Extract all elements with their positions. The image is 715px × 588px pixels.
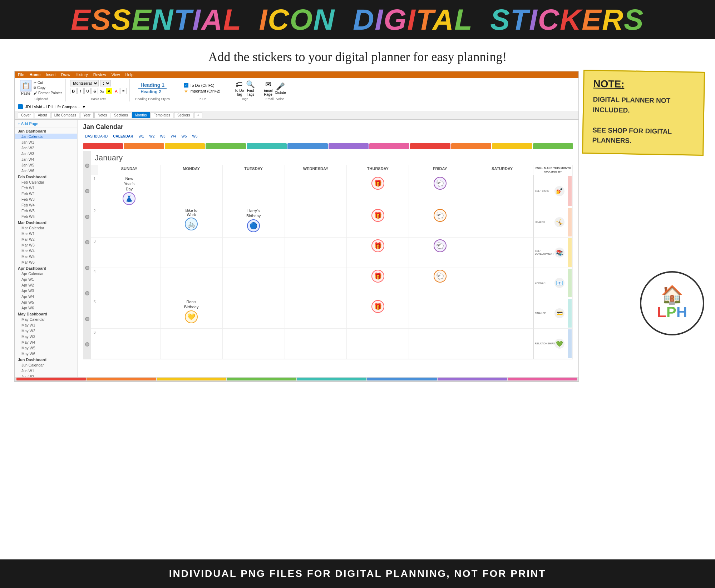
cell-r3-sun[interactable]	[98, 238, 161, 268]
cal-tab-calendar[interactable]: CALENDAR	[111, 134, 135, 140]
sidebar-item-jan-w2[interactable]: Jan W2	[15, 145, 77, 151]
todo-item-1[interactable]: ✓ To Do (Ctrl+1)	[184, 83, 221, 88]
cell-r5-thu[interactable]: 🎁	[347, 298, 409, 329]
nav-tab-notes[interactable]: Notes	[94, 112, 110, 118]
cell-r4-tue[interactable]	[223, 268, 285, 298]
heading-1-style[interactable]: Heading 1	[138, 82, 167, 89]
align-button[interactable]: ≡	[120, 88, 127, 94]
nav-tab-months[interactable]: Months	[132, 112, 150, 118]
font-size-selector[interactable]: 20	[100, 80, 111, 86]
sidebar-item-feb-w3[interactable]: Feb W3	[15, 196, 77, 202]
highlight-button[interactable]: A	[106, 88, 112, 94]
cell-r4-sat[interactable]	[471, 268, 533, 298]
email-page-button[interactable]: ✉ Email Page	[264, 80, 273, 96]
sidebar-item-apr-w2[interactable]: Apr W2	[15, 282, 77, 288]
cal-tab-w2[interactable]: W2	[147, 134, 157, 140]
cell-r1-thu[interactable]: 🎁	[347, 175, 409, 207]
cell-r3-tue[interactable]	[223, 238, 285, 268]
cell-r1-mon[interactable]	[161, 175, 223, 207]
cell-r1-fri[interactable]: 🐑	[409, 175, 471, 207]
cell-r5-sat[interactable]	[471, 298, 533, 329]
find-tags-button[interactable]: 🔍 Find Tags	[246, 80, 255, 96]
sidebar-item-apr-w3[interactable]: Apr W3	[15, 288, 77, 294]
font-selector[interactable]: Montserrat	[70, 80, 99, 86]
cell-r1-sat[interactable]	[471, 175, 533, 207]
cal-tab-w3[interactable]: W3	[158, 134, 167, 140]
sidebar-item-may-calendar[interactable]: May Calendar	[15, 317, 77, 322]
todo-item-2[interactable]: ★ Important (Ctrl+2)	[184, 89, 221, 94]
nav-tab-sections[interactable]: Sections	[111, 112, 131, 118]
sidebar-item-feb-w5[interactable]: Feb W5	[15, 208, 77, 214]
history-menu[interactable]: History	[75, 73, 88, 77]
sidebar-item-feb-w6[interactable]: Feb W6	[15, 214, 77, 219]
help-menu[interactable]: Help	[125, 73, 133, 77]
sidebar-item-jan-w4[interactable]: Jan W4	[15, 156, 77, 162]
insert-menu[interactable]: Insert	[46, 73, 56, 77]
cut-button[interactable]: ✂ Cut	[33, 80, 63, 85]
view-menu[interactable]: View	[112, 73, 120, 77]
font-color-button[interactable]: A	[113, 88, 119, 94]
cell-r3-fri[interactable]: 🐑	[409, 238, 471, 268]
cell-r4-sun[interactable]	[98, 268, 161, 298]
sidebar-item-may-w2[interactable]: May W2	[15, 328, 77, 334]
cal-tab-w1[interactable]: W1	[136, 134, 146, 140]
sidebar-item-jun-w2[interactable]: Jun W2	[15, 374, 77, 377]
cal-tab-w6[interactable]: W6	[190, 134, 199, 140]
sidebar-item-jan-calendar[interactable]: Jan Calendar	[15, 134, 77, 139]
paste-button[interactable]: 📋 Paste	[20, 80, 31, 95]
cell-r1-wed[interactable]	[285, 175, 347, 207]
doc-dropdown-icon[interactable]: ▼	[82, 105, 86, 109]
sidebar-item-feb-w2[interactable]: Feb W2	[15, 191, 77, 196]
sidebar-item-mar-w2[interactable]: Mar W2	[15, 236, 77, 242]
draw-menu[interactable]: Draw	[61, 73, 70, 77]
nav-tab-add[interactable]: +	[194, 112, 203, 118]
cell-r6-sat[interactable]	[471, 329, 533, 359]
sidebar-item-mar-w5[interactable]: Mar W5	[15, 254, 77, 259]
cell-r3-wed[interactable]	[285, 238, 347, 268]
cal-tab-dashboard[interactable]: DASHBOARD	[83, 134, 110, 140]
cell-r2-thu[interactable]: 🎁	[347, 207, 409, 238]
cell-r6-mon[interactable]	[161, 329, 223, 359]
sidebar-item-jan-w5[interactable]: Jan W5	[15, 162, 77, 168]
nav-tab-about[interactable]: About	[35, 112, 50, 118]
cell-r5-sun[interactable]	[98, 298, 161, 329]
nav-tab-cover[interactable]: Cover	[18, 112, 34, 118]
cell-r5-fri[interactable]	[409, 298, 471, 329]
cell-r2-sat[interactable]	[471, 207, 533, 238]
cell-r6-sun[interactable]	[98, 329, 161, 359]
sidebar-item-mar-w3[interactable]: Mar W3	[15, 242, 77, 248]
strikethrough-button[interactable]: S	[92, 88, 98, 94]
cell-r4-mon[interactable]	[161, 268, 223, 298]
sidebar-item-may-w5[interactable]: May W5	[15, 345, 77, 351]
sidebar-item-apr-w4[interactable]: Apr W4	[15, 294, 77, 299]
cell-r4-wed[interactable]	[285, 268, 347, 298]
home-menu[interactable]: Home	[30, 73, 41, 77]
sidebar-item-may-w1[interactable]: May W1	[15, 322, 77, 328]
sidebar-item-may-w4[interactable]: May W4	[15, 339, 77, 345]
sidebar-item-jan-w6[interactable]: Jan W6	[15, 168, 77, 174]
cell-r6-wed[interactable]	[285, 329, 347, 359]
cell-r6-fri[interactable]	[409, 329, 471, 359]
sidebar-item-mar-calendar[interactable]: Mar Calendar	[15, 225, 77, 231]
cell-r2-mon[interactable]: Bike toWork 🚲	[161, 207, 223, 238]
copy-button[interactable]: ⧉ Copy	[33, 85, 63, 90]
file-menu[interactable]: File	[18, 73, 24, 77]
cell-r2-tue[interactable]: Harry'sBirthday 🔵	[223, 207, 285, 238]
dictate-button[interactable]: 🎤 Dictate	[275, 82, 286, 95]
cell-r3-mon[interactable]	[161, 238, 223, 268]
cell-r6-thu[interactable]	[347, 329, 409, 359]
cell-r2-wed[interactable]	[285, 207, 347, 238]
review-menu[interactable]: Review	[93, 73, 106, 77]
underline-button[interactable]: U	[84, 88, 91, 94]
cell-r3-thu[interactable]: 🎁	[347, 238, 409, 268]
cell-r4-thu[interactable]: 🎁	[347, 268, 409, 298]
cell-r2-fri[interactable]: 🐑	[409, 207, 471, 238]
heading-2-style[interactable]: Heading 2	[138, 89, 167, 94]
sidebar-item-may-w3[interactable]: May W3	[15, 334, 77, 339]
cell-r1-sun[interactable]: NewYear'sDay 👗	[98, 175, 161, 207]
sidebar-item-feb-calendar[interactable]: Feb Calendar	[15, 179, 77, 185]
cell-r5-mon[interactable]: Ron'sBirthday 💛	[161, 298, 223, 329]
italic-button[interactable]: I	[77, 88, 84, 94]
cell-r1-tue[interactable]	[223, 175, 285, 207]
cell-r3-sat[interactable]	[471, 238, 533, 268]
